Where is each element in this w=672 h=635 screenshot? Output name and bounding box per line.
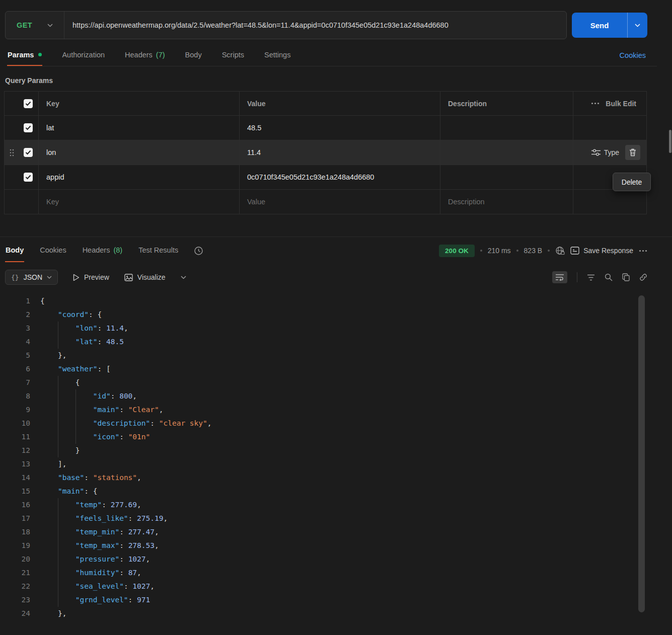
line-number: 5 <box>5 349 40 362</box>
more-options-icon[interactable] <box>591 102 600 105</box>
tab-label: Params <box>8 51 34 59</box>
row-checkbox[interactable] <box>24 148 33 157</box>
page-scrollbar[interactable] <box>669 130 671 153</box>
params-modified-dot <box>38 53 42 56</box>
select-all-checkbox[interactable] <box>24 99 33 108</box>
line-number: 17 <box>5 512 40 525</box>
param-description[interactable] <box>440 165 573 189</box>
chevron-down-icon <box>47 276 52 279</box>
save-response-button[interactable]: Save Response <box>570 247 633 255</box>
param-value[interactable]: 0c0710f345e05d21c93e1a248a4d6680 <box>239 165 440 189</box>
response-size[interactable]: 823 B <box>524 247 543 255</box>
row-checkbox-cell <box>5 190 38 214</box>
code-line: 8 "id": 800, <box>5 389 647 403</box>
param-description[interactable] <box>440 116 573 140</box>
line-number: 21 <box>5 566 40 580</box>
code-line: 22 "sea_level": 1027, <box>5 580 647 593</box>
response-tabs: Body Cookies Headers (8) Test Results 20… <box>5 239 647 262</box>
code-line: 12 } <box>5 444 647 457</box>
code-line: 21 "humidity": 87, <box>5 566 647 580</box>
param-value[interactable]: 48.5 <box>239 116 440 140</box>
play-icon <box>73 274 80 281</box>
tab-label: Authorization <box>62 51 105 59</box>
bulk-edit-cell: Bulk Edit <box>573 92 646 115</box>
param-description-placeholder[interactable]: Description <box>440 190 573 214</box>
headers-count: (7) <box>156 51 165 59</box>
code-lines: 1{2 "coord": {3 "lon": 11.4,4 "lat": 48.… <box>5 294 647 620</box>
visualize-button[interactable]: Visualize <box>124 273 166 281</box>
params-table: Key Value Description Bulk Edit lat 48.5 <box>4 91 647 214</box>
format-select[interactable]: {} JSON <box>5 270 58 285</box>
code-line: 7 { <box>5 376 647 389</box>
send-label: Send <box>572 13 627 38</box>
delete-param-button[interactable] <box>625 145 640 160</box>
param-key[interactable]: appid <box>38 165 239 189</box>
column-header-key: Key <box>38 92 239 115</box>
param-key[interactable]: lon <box>38 140 239 165</box>
search-icon[interactable] <box>605 273 613 281</box>
code-line: 19 "temp_max": 278.53, <box>5 539 647 552</box>
code-line: 11 "icon": "01n" <box>5 430 647 444</box>
param-key[interactable]: lat <box>38 116 239 140</box>
tab-response-body[interactable]: Body <box>5 239 24 262</box>
tab-params[interactable]: Params <box>7 44 42 66</box>
send-options-chevron-icon[interactable] <box>627 13 647 38</box>
copy-icon[interactable] <box>622 273 630 281</box>
param-key-placeholder[interactable]: Key <box>38 190 239 214</box>
url-input[interactable]: https://api.openweathermap.org/data/2.5/… <box>64 12 566 39</box>
response-headers-count: (8) <box>113 246 122 254</box>
bulk-edit-button[interactable]: Bulk Edit <box>606 100 636 108</box>
code-scrollbar[interactable] <box>638 295 645 612</box>
type-label: Type <box>604 148 619 156</box>
param-value[interactable]: 11.4 <box>239 140 440 165</box>
tab-headers[interactable]: Headers (7) <box>124 44 166 66</box>
select-all-cell <box>5 92 38 115</box>
save-response-icon <box>570 247 579 255</box>
delete-tooltip: Delete <box>613 173 651 191</box>
line-number: 10 <box>5 417 40 430</box>
network-icon[interactable] <box>555 246 565 256</box>
type-button[interactable]: Type <box>591 148 619 156</box>
preview-button[interactable]: Preview <box>73 273 109 281</box>
line-number: 13 <box>5 457 40 471</box>
filter-icon[interactable] <box>587 274 595 281</box>
status-badge[interactable]: 200 OK <box>439 245 475 257</box>
line-number: 20 <box>5 552 40 566</box>
code-line: 4 "lat": 48.5 <box>5 335 647 349</box>
code-line: 20 "pressure": 1027, <box>5 552 647 566</box>
tab-response-cookies[interactable]: Cookies <box>39 239 66 262</box>
row-checkbox[interactable] <box>24 173 33 182</box>
more-options-icon[interactable] <box>639 250 647 252</box>
param-value-placeholder[interactable]: Value <box>239 190 440 214</box>
line-number: 14 <box>5 471 40 485</box>
response-time[interactable]: 210 ms <box>488 247 511 255</box>
code-line: 23 "grnd_level": 971 <box>5 593 647 607</box>
tab-response-headers[interactable]: Headers (8) <box>82 239 123 262</box>
tab-settings[interactable]: Settings <box>264 44 291 66</box>
tab-body[interactable]: Body <box>185 44 202 66</box>
tab-scripts[interactable]: Scripts <box>221 44 245 66</box>
history-icon[interactable] <box>194 246 203 256</box>
send-button[interactable]: Send <box>572 13 647 38</box>
preview-label: Preview <box>84 273 109 281</box>
line-number: 19 <box>5 539 40 552</box>
method-label: GET <box>17 21 32 29</box>
postman-window: GET https://api.openweathermap.org/data/… <box>0 0 672 635</box>
wrap-text-icon[interactable] <box>552 271 567 283</box>
row-checkbox-cell <box>5 116 38 140</box>
cookies-link[interactable]: Cookies <box>620 51 657 59</box>
code-area[interactable]: 1{2 "coord": {3 "lon": 11.4,4 "lat": 48.… <box>5 294 647 620</box>
param-description[interactable] <box>440 140 573 165</box>
line-number: 2 <box>5 308 40 322</box>
chevron-down-icon <box>47 24 53 27</box>
drag-handle-icon[interactable] <box>10 149 14 156</box>
tab-test-results[interactable]: Test Results <box>138 239 179 262</box>
method-select[interactable]: GET <box>6 12 64 39</box>
chevron-down-icon[interactable] <box>181 276 186 279</box>
link-icon[interactable] <box>639 273 647 281</box>
line-number: 9 <box>5 403 40 417</box>
row-checkbox[interactable] <box>24 123 33 132</box>
line-number: 11 <box>5 430 40 444</box>
tab-authorization[interactable]: Authorization <box>61 44 105 66</box>
param-row-empty: Key Value Description <box>5 190 646 214</box>
